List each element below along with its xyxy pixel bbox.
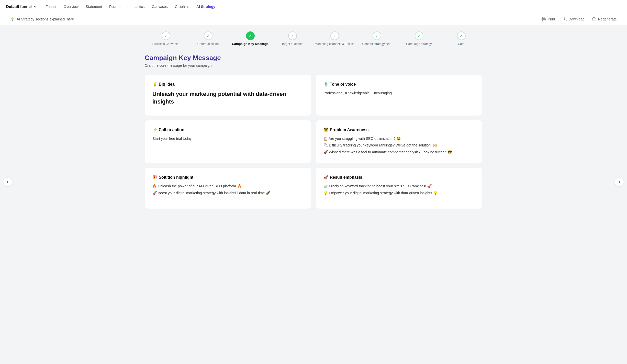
step-circle: ✓	[246, 31, 255, 40]
hint-link[interactable]: here	[67, 17, 74, 21]
card-line: 📊 Precision keyword tracking to boost yo…	[323, 183, 475, 189]
step-item-target-audience[interactable]: ✓Target audience	[271, 31, 314, 46]
card-body-big-idea: Unleash your marketing potential with da…	[152, 90, 304, 105]
regenerate-button[interactable]: Regenerate	[592, 17, 617, 21]
cards-grid: 💡 Big IdeaUnleash your marketing potenti…	[145, 75, 482, 209]
step-circle: ✓	[415, 31, 423, 40]
card-title-big-idea: 💡 Big Idea	[152, 82, 304, 87]
step-label: Cam	[458, 42, 464, 46]
step-label: Campaign Key Message	[232, 42, 268, 46]
print-label: Print	[548, 17, 555, 21]
card-body-call-to-action: Start your free trial today	[152, 136, 304, 141]
main-content: ✓Business Canvases✓Communication✓Campaig…	[135, 25, 492, 219]
card-line: 💡 Empower your digital marketing strateg…	[323, 190, 475, 196]
download-button[interactable]: Download	[562, 17, 585, 21]
previous-arrow[interactable]	[3, 177, 12, 187]
ai-strategy-hint: 💡 AI Strategy sections explained here	[10, 17, 74, 21]
refresh-icon	[592, 17, 596, 21]
next-arrow[interactable]	[615, 177, 624, 187]
action-buttons: Print Download Regenerate	[541, 17, 617, 21]
card-title-solution-highlight: 🎉 Solution highlight	[152, 175, 304, 180]
step-circle: ✓	[330, 31, 339, 40]
step-label: Content strategy plan	[362, 42, 391, 46]
card-line: 🔥 Unleash the power of our AI-Driven SEO…	[152, 183, 304, 189]
step-label: Campaign strategy	[406, 42, 432, 46]
nav-links: FunnelOverviewStatementRecommended tacti…	[46, 5, 621, 9]
nav-link-canvases[interactable]: Canvases	[152, 5, 168, 9]
step-circle: ✓	[204, 31, 212, 40]
brand-logo[interactable]: Default funnel	[6, 4, 37, 9]
card-line: 🚀 Boost your digital marketing strategy …	[152, 190, 304, 196]
regenerate-label: Regenerate	[598, 17, 617, 21]
card-big-idea: 💡 Big IdeaUnleash your marketing potenti…	[145, 75, 311, 116]
card-title-call-to-action: ⚡ Call to action	[152, 127, 304, 132]
step-item-campaign-key-message[interactable]: ✓Campaign Key Message	[229, 31, 271, 46]
chevron-down-icon	[33, 5, 37, 9]
nav-link-statement[interactable]: Statement	[86, 5, 102, 9]
step-circle: ✓	[162, 31, 170, 40]
step-label: Communication	[197, 42, 219, 46]
card-line: 🚀 Wished there was a tool to automate co…	[323, 149, 475, 155]
step-circle: ✓	[457, 31, 466, 40]
download-icon	[562, 17, 567, 21]
card-title-problem-awareness: 🥸 Problem Awareness	[323, 127, 475, 132]
step-item-business-canvases[interactable]: ✓Business Canvases	[145, 31, 187, 46]
nav-link-funnel[interactable]: Funnel	[46, 5, 57, 9]
step-circle: ✓	[288, 31, 297, 40]
step-item-marketing-channels-&-tactics[interactable]: ✓Marketing channels & Tactics	[314, 31, 356, 46]
download-label: Download	[569, 17, 585, 21]
svg-rect-0	[542, 20, 545, 21]
card-body-problem-awareness: 📋 Are you struggling with SEO optimizati…	[323, 136, 475, 155]
chevron-right-icon	[617, 180, 621, 184]
step-item-campaign-strategy[interactable]: ✓Campaign strategy	[398, 31, 440, 46]
printer-icon	[541, 17, 546, 21]
hint-text: AI Strategy sections explained	[17, 17, 65, 21]
card-solution-highlight: 🎉 Solution highlight🔥 Unleash the power …	[145, 168, 311, 209]
card-line: 📋 Are you struggling with SEO optimizati…	[323, 136, 475, 141]
nav-link-graphics[interactable]: Graphics	[175, 5, 189, 9]
card-body-result-emphasis: 📊 Precision keyword tracking to boost yo…	[323, 183, 475, 196]
card-title-result-emphasis: 🚀 Result emphasis	[323, 175, 475, 180]
step-item-content-strategy-plan[interactable]: ✓Content strategy plan	[356, 31, 398, 46]
page-subtitle: Craft the core message for your campaign…	[145, 63, 482, 67]
step-label: Target audience	[282, 42, 303, 46]
step-label: Business Canvases	[152, 42, 179, 46]
step-item-cam[interactable]: ✓Cam	[440, 31, 482, 46]
print-button[interactable]: Print	[541, 17, 555, 21]
nav-link-ai-strategy[interactable]: AI Strategy	[196, 5, 215, 9]
card-line: 🔍 Difficulty tracking your keyword ranki…	[323, 142, 475, 148]
card-call-to-action: ⚡ Call to actionStart your free trial to…	[145, 120, 311, 163]
card-tone-of-voice: 🎙️ Tone of voiceProfessional, Knowledgea…	[316, 75, 482, 116]
page-title: Campaign Key Message	[145, 54, 482, 62]
card-body-tone-of-voice: Professional, Knowledgeable, Encouraging	[323, 90, 475, 96]
top-navigation: Default funnel FunnelOverviewStatementRe…	[0, 0, 627, 13]
nav-link-overview[interactable]: Overview	[64, 5, 79, 9]
card-body-solution-highlight: 🔥 Unleash the power of our AI-Driven SEO…	[152, 183, 304, 196]
info-bar: 💡 AI Strategy sections explained here Pr…	[0, 13, 627, 25]
card-title-tone-of-voice: 🎙️ Tone of voice	[323, 82, 475, 87]
steps-progress: ✓Business Canvases✓Communication✓Campaig…	[145, 31, 482, 46]
step-circle: ✓	[373, 31, 381, 40]
step-item-communication[interactable]: ✓Communication	[187, 31, 229, 46]
step-label: Marketing channels & Tactics	[315, 42, 354, 46]
brand-name: Default funnel	[6, 4, 32, 9]
chevron-left-icon	[6, 180, 10, 184]
card-problem-awareness: 🥸 Problem Awareness📋 Are you struggling …	[316, 120, 482, 163]
card-result-emphasis: 🚀 Result emphasis📊 Precision keyword tra…	[316, 168, 482, 209]
nav-link-recommended-tactics[interactable]: Recommended tactics	[109, 5, 145, 9]
